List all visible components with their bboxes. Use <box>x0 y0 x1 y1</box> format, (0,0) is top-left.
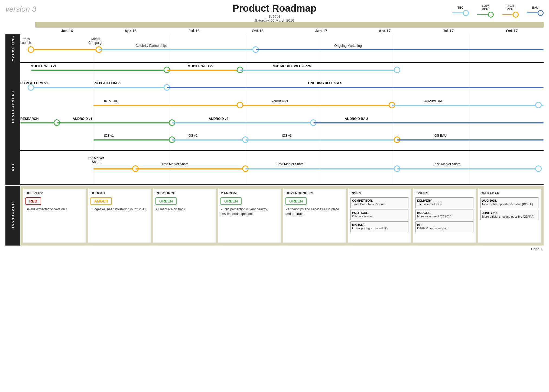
risk-1-label: COMPETITOR. <box>352 199 407 202</box>
android-v2-label: ANDROID v2 <box>209 117 229 121</box>
onradar-2-body: More efficient hosting possible [JEFF A] <box>482 215 537 219</box>
timeline-labels: Jan-16 Apr-16 Jul-16 Oct-16 Jan-17 Apr-1… <box>35 28 544 33</box>
android-line-1 <box>57 122 172 123</box>
onradar-item-2: JUNE 2016. More efficient hosting possib… <box>480 210 538 220</box>
legend-bau: BAU <box>527 6 544 16</box>
ios-v3-label: iOS v3 <box>282 134 292 138</box>
android-v1-label: ANDROID v1 <box>73 117 92 121</box>
tl-jul16: Jul-16 <box>162 29 226 33</box>
resource-body: All resource on track. <box>155 207 213 212</box>
mw-label-2: MOBILE WEB v2 <box>188 64 213 68</box>
issue-2-body: More investment Q2 2016. <box>417 214 472 218</box>
marketing-content: PressLaunch MediaCampaign Celebrity Part… <box>20 34 544 62</box>
vgrid-6 <box>469 34 469 62</box>
legend-low-risk-line <box>477 14 488 15</box>
development-section: DEVELOPMENT MOBILE WEB v1 MOBILE WEB v2 … <box>5 63 544 151</box>
subtitle: subtitle <box>232 14 316 18</box>
dashboard-label: DASHBOARD <box>5 186 20 246</box>
kpi-content: 5% MarketShare 15% Market Share 35% Mark… <box>20 151 544 184</box>
dashboard-wrapper: DASHBOARD DELIVERY RED Delays expected t… <box>5 186 544 246</box>
timeline-section: Jan-16 Apr-16 Jul-16 Oct-16 Jan-17 Apr-1… <box>5 22 544 33</box>
android-research-label: RESEARCH <box>20 117 38 121</box>
risk-2-label: POLITICAL. <box>352 211 407 214</box>
ios-line-4 <box>397 139 544 141</box>
legend-high-risk: HIGHRISK <box>502 4 519 18</box>
vgrid-3 <box>245 34 245 62</box>
legend-tbc-row <box>452 10 469 16</box>
delivery-body: Delays expected to Version 1. <box>25 207 83 212</box>
android-line-0 <box>20 122 57 123</box>
version-label: version 3 <box>5 5 36 14</box>
legend-tbc-label: TBC <box>457 6 463 9</box>
issue-item-2: BUDGET. More investment Q2 2016. <box>415 210 473 220</box>
mw-line-2 <box>167 70 240 71</box>
legend-tbc-line <box>452 12 463 13</box>
legend-bau-label: BAU <box>532 6 538 9</box>
marketing-label: MARKETING <box>5 34 20 62</box>
dvgrid-4 <box>319 63 319 150</box>
iptv-line-3 <box>392 105 544 106</box>
tl-jan16: Jan-16 <box>35 29 99 33</box>
kpi-line-1 <box>93 168 135 169</box>
mw-label-1: MOBILE WEB v1 <box>31 64 57 68</box>
pc-line-3 <box>167 87 544 88</box>
kpi-line-3 <box>245 168 397 169</box>
page-footer: Page 1 <box>0 247 549 253</box>
kvgrid-1 <box>95 151 95 184</box>
tl-jul17: Jul-17 <box>417 29 480 33</box>
kvgrid-6 <box>469 151 469 184</box>
page-number: Page 1 <box>531 247 542 251</box>
pc-label-1: PC PLATFORM v1 <box>20 81 48 85</box>
vgrid-4 <box>319 34 319 62</box>
header: version 3 Product Roadmap subtitle Satur… <box>0 0 549 19</box>
media-campaign-label: MediaCampaign <box>88 37 103 45</box>
issue-2-label: BUDGET. <box>417 211 472 214</box>
resource-title: RESOURCE <box>155 191 213 195</box>
budget-card: BUDGET AMBER Budget will need bolstering… <box>88 189 151 243</box>
onradar-item-1: AUG 2016. New mobile opportunities due [… <box>480 197 538 208</box>
risk-2-body: Offshore issues. <box>352 214 407 218</box>
issue-1-label: DELIVERY. <box>417 199 472 202</box>
iptv-line-1 <box>93 105 240 106</box>
press-launch-label: PressLaunch <box>20 37 31 45</box>
risk-item-3: MARKET. Lower pricing expected Q3 <box>350 221 408 232</box>
timeline-bar <box>35 22 544 28</box>
tl-apr17: Apr-17 <box>353 29 417 33</box>
ios-line-3 <box>245 139 397 141</box>
page-title: Product Roadmap <box>232 3 316 14</box>
marketing-line-3 <box>256 49 544 50</box>
vgrid-2 <box>170 34 170 62</box>
android-line-3 <box>313 122 544 123</box>
delivery-title: DELIVERY <box>25 191 83 195</box>
tl-apr16: Apr-16 <box>99 29 163 33</box>
kpi-label-1: 5% MarketShare <box>88 156 104 164</box>
mw-line-1 <box>31 70 167 71</box>
budget-status: AMBER <box>90 197 112 205</box>
risk-3-label: MARKET. <box>352 223 407 226</box>
issues-card: ISSUES DELIVERY. Tech issues [BOB] BUDGE… <box>413 189 476 243</box>
resource-status: GREEN <box>155 197 177 205</box>
legend-low-risk: LOWRISK <box>477 4 494 18</box>
ongoing-marketing-label: Ongoing Marketing <box>334 44 362 48</box>
delivery-status: RED <box>25 197 41 205</box>
ios-v2-label: iOS v2 <box>188 134 197 138</box>
marketing-ms-1 <box>28 46 34 53</box>
risks-card: RISKS COMPETITOR. Tyrell Corp, New Produ… <box>348 189 411 243</box>
dependencies-title: DEPENDENCIES <box>285 191 343 195</box>
marcom-body: Public perception is very healthy, posit… <box>220 207 278 216</box>
kpi-line-2 <box>135 168 245 169</box>
development-content: MOBILE WEB v1 MOBILE WEB v2 RICH MOBILE … <box>20 63 544 150</box>
ios-bau-label: iOS BAU <box>434 134 447 138</box>
legend-high-risk-circle <box>513 12 519 18</box>
onradar-2-date: JUNE 2016. <box>482 211 537 215</box>
dependencies-status: GREEN <box>285 197 307 205</box>
iptv-label-3: YouView BAU <box>423 99 443 103</box>
pc-label-2: PC PLATFORM v2 <box>93 81 121 85</box>
marcom-status: GREEN <box>220 197 242 205</box>
iptv-ms-1 <box>237 102 243 108</box>
dashboard-content: DELIVERY RED Delays expected to Version … <box>20 186 544 246</box>
legend-low-risk-row <box>477 12 494 18</box>
mw-label-3: RICH MOBILE WEB APPS <box>271 64 311 68</box>
budget-body: Budget will need bolstering in Q2 2011. <box>90 207 148 212</box>
issues-title: ISSUES <box>415 191 473 195</box>
